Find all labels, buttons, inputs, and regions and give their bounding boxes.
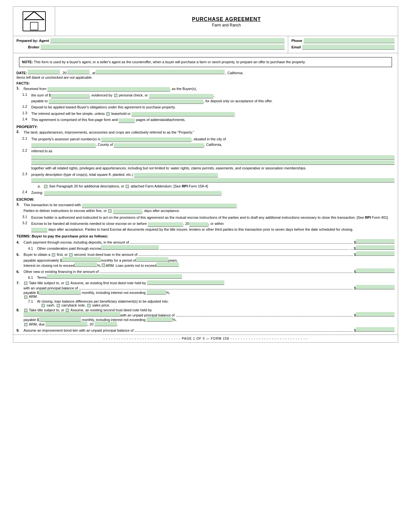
- sub-item-1-4: 1.4 This agreement is comprised of this …: [16, 117, 395, 123]
- terms-sub-num-6-1: 6.1: [28, 276, 37, 279]
- assume-checkbox-7[interactable]: [66, 282, 69, 285]
- dots-7: [79, 289, 353, 289]
- dollar-field-6[interactable]: [356, 268, 395, 273]
- loan-points-field[interactable]: [156, 262, 179, 267]
- zoning-field[interactable]: [44, 191, 221, 196]
- email-field[interactable]: [302, 45, 395, 50]
- terms-num-4: 4.: [16, 240, 24, 244]
- terms-item-7-line1: 7. Take title subject to, or Assume, an …: [16, 280, 395, 285]
- sub-text-3-2: Escrow to be handed all instruments need…: [31, 221, 395, 232]
- item-2: 2. The land, appurtenances, improvements…: [16, 130, 395, 136]
- page-container: PURCHASE AGREEMENT Farm and Ranch Prepar…: [13, 6, 398, 343]
- terms-num-7: 7.: [16, 281, 24, 285]
- first-deed-holder-field[interactable]: [147, 280, 224, 285]
- payable-8-field[interactable]: [39, 317, 81, 322]
- para20-checkbox[interactable]: [44, 185, 47, 188]
- title-subject-checkbox[interactable]: [24, 282, 27, 285]
- terms-6-1-field[interactable]: [47, 274, 182, 279]
- terms-item-5-line3: Interest on closing not to exceed %, ARM…: [16, 262, 395, 267]
- second-deed-holder-field[interactable]: [24, 312, 120, 316]
- sum-field[interactable]: [51, 94, 90, 98]
- sub-text-1-1: the sum of $, evidenced by personal chec…: [31, 93, 395, 104]
- broker-field[interactable]: [41, 45, 285, 50]
- city-field[interactable]: [31, 143, 96, 148]
- monthly-payment-field[interactable]: [62, 257, 101, 262]
- assume-checkbox-8[interactable]: [66, 309, 69, 312]
- terms-num-6: 6.: [16, 270, 24, 274]
- interest-7-field[interactable]: [147, 290, 166, 295]
- dollar-field-4-1[interactable]: [356, 245, 395, 250]
- terms-text-9: Assume an improvement bond lien with an …: [24, 328, 133, 332]
- title-subject-checkbox-8[interactable]: [24, 309, 27, 312]
- terms-text-6: Other new or existing financing in the a…: [24, 270, 99, 274]
- pages-field[interactable]: [119, 118, 135, 123]
- agent-name-field[interactable]: [50, 38, 285, 43]
- item-2-num: 2.: [16, 130, 24, 136]
- terms-num-9: 9.: [16, 328, 24, 332]
- carryback-checkbox-7-1[interactable]: [57, 304, 60, 307]
- parcel-field[interactable]: [101, 137, 191, 142]
- buyer-name-field[interactable]: [47, 87, 170, 92]
- sub-text-1-3: The interest acquired will be fee simple…: [31, 111, 395, 117]
- terms-sub-num-7-1: 7.1: [28, 299, 37, 303]
- at-label: , at: [90, 71, 95, 75]
- evidence-field[interactable]: [149, 94, 213, 98]
- first-checkbox[interactable]: [52, 253, 55, 256]
- due-date-8-field[interactable]: [45, 322, 87, 326]
- county-field[interactable]: [114, 143, 204, 148]
- prepared-by-label: Prepared by: Agent: [16, 39, 49, 43]
- interest-8-field[interactable]: [147, 317, 172, 322]
- escrow-days-checkbox[interactable]: [108, 209, 112, 213]
- phone-field[interactable]: [304, 38, 395, 43]
- dollar-field-5[interactable]: [356, 251, 395, 256]
- leasehold-checkbox[interactable]: [106, 112, 110, 115]
- agent-left: Prepared by: Agent Broker: [13, 36, 288, 53]
- period-field[interactable]: [136, 257, 168, 262]
- terms-item-8: 8. Take title subject to, or Assume, an …: [16, 308, 395, 326]
- terms-item-4: 4. Cash payment through escrow, includin…: [16, 239, 395, 244]
- referred-as-field[interactable]: [31, 155, 395, 160]
- dollar-field-7[interactable]: [356, 285, 395, 289]
- referred-as-field-2[interactable]: [31, 160, 395, 165]
- dots-4-1: [160, 249, 347, 250]
- property-desc-field[interactable]: [134, 173, 218, 177]
- sales-checkbox-7-1[interactable]: [87, 304, 91, 307]
- due-year-8-field[interactable]: [94, 322, 117, 326]
- note-bold: NOTE:: [22, 60, 33, 64]
- arm-checkbox-5[interactable]: [102, 264, 105, 267]
- location-field[interactable]: [96, 70, 225, 74]
- dollar-field-8[interactable]: [356, 312, 395, 316]
- comma-20: , 20: [61, 71, 66, 75]
- logo-box: [13, 7, 55, 36]
- escrow-days-field[interactable]: [113, 209, 142, 214]
- svg-marker-1: [24, 12, 44, 20]
- interest-rate-field[interactable]: [74, 262, 97, 267]
- escrow-with-field[interactable]: [82, 204, 237, 208]
- sub-text-2-3: property description (type of crop(s), t…: [31, 172, 395, 189]
- leasehold-field[interactable]: [132, 112, 235, 116]
- terms-item-6-1: 6.1 Terms: [16, 274, 395, 279]
- consideration-field[interactable]: [101, 245, 159, 250]
- arm-checkbox-8[interactable]: [24, 323, 27, 326]
- dollar-field-4[interactable]: [356, 239, 395, 244]
- year-field[interactable]: [67, 70, 90, 74]
- payable-7-field[interactable]: [39, 290, 81, 295]
- arm-checkbox-7[interactable]: [24, 296, 27, 299]
- dollar-field-9[interactable]: [356, 327, 395, 332]
- farm-addendum-checkbox[interactable]: [126, 185, 129, 188]
- property-desc-field-2[interactable]: [31, 178, 395, 183]
- second-checkbox[interactable]: [69, 253, 73, 256]
- sub-text-3-1: Escrow holder is authorized and instruct…: [31, 215, 395, 221]
- item-3: 3. This transaction to be escrowed with …: [16, 202, 395, 214]
- terms-text-7-1: At closing, loan balance differences per…: [37, 299, 169, 307]
- close-date-field[interactable]: [148, 222, 183, 227]
- personal-check-checkbox[interactable]: [114, 94, 117, 97]
- sub-num-2-3: 2.3: [22, 172, 31, 189]
- days-within-field[interactable]: [31, 228, 47, 232]
- date-field[interactable]: [28, 70, 60, 74]
- close-year-field[interactable]: [189, 222, 209, 227]
- terms-text-4: Cash payment through escrow, including d…: [24, 240, 129, 244]
- agent-section: Prepared by: Agent Broker Phone Email: [13, 36, 398, 53]
- cash-checkbox-7-1[interactable]: [42, 304, 45, 307]
- payable-to-field[interactable]: [49, 99, 203, 104]
